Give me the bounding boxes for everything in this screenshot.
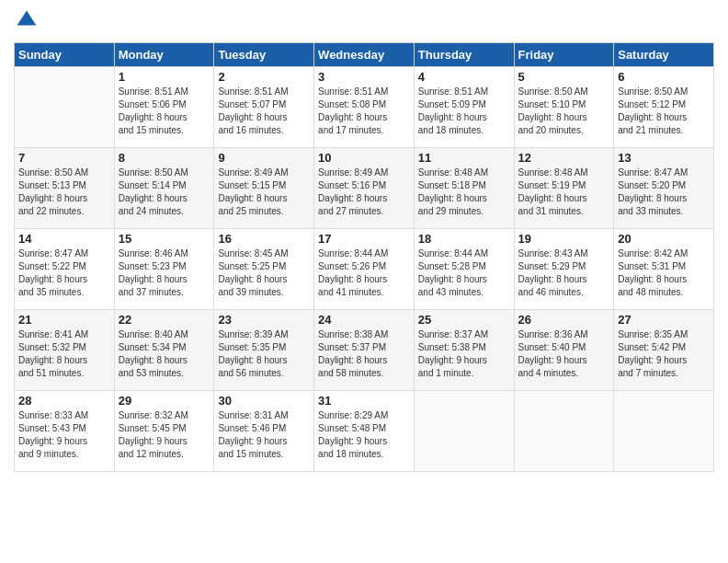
day-info: Sunrise: 8:42 AM Sunset: 5:31 PM Dayligh…: [618, 247, 710, 299]
day-number: 28: [18, 394, 110, 408]
day-info: Sunrise: 8:38 AM Sunset: 5:37 PM Dayligh…: [318, 328, 410, 380]
calendar-cell: 12Sunrise: 8:48 AM Sunset: 5:19 PM Dayli…: [514, 148, 614, 229]
day-number: 10: [318, 151, 410, 165]
calendar-cell: 3Sunrise: 8:51 AM Sunset: 5:08 PM Daylig…: [314, 67, 415, 148]
svg-marker-0: [17, 11, 37, 26]
day-info: Sunrise: 8:35 AM Sunset: 5:42 PM Dayligh…: [618, 328, 710, 380]
day-info: Sunrise: 8:50 AM Sunset: 5:10 PM Dayligh…: [518, 86, 610, 137]
page: SundayMondayTuesdayWednesdayThursdayFrid…: [0, 0, 728, 563]
calendar-cell: 24Sunrise: 8:38 AM Sunset: 5:37 PM Dayli…: [314, 310, 415, 391]
day-number: 3: [318, 70, 410, 84]
day-info: Sunrise: 8:39 AM Sunset: 5:35 PM Dayligh…: [218, 328, 310, 380]
day-number: 14: [18, 232, 110, 246]
calendar-cell: 16Sunrise: 8:45 AM Sunset: 5:25 PM Dayli…: [214, 229, 314, 310]
day-info: Sunrise: 8:51 AM Sunset: 5:08 PM Dayligh…: [318, 86, 410, 137]
header-day-friday: Friday: [514, 43, 614, 67]
day-number: 21: [18, 313, 110, 327]
calendar-cell: 9Sunrise: 8:49 AM Sunset: 5:15 PM Daylig…: [214, 148, 314, 229]
day-info: Sunrise: 8:50 AM Sunset: 5:14 PM Dayligh…: [119, 167, 210, 218]
calendar-cell: 27Sunrise: 8:35 AM Sunset: 5:42 PM Dayli…: [614, 310, 714, 391]
day-info: Sunrise: 8:49 AM Sunset: 5:15 PM Dayligh…: [218, 167, 310, 218]
calendar-cell: 17Sunrise: 8:44 AM Sunset: 5:26 PM Dayli…: [314, 229, 415, 310]
day-info: Sunrise: 8:48 AM Sunset: 5:18 PM Dayligh…: [418, 167, 510, 218]
week-row-4: 28Sunrise: 8:33 AM Sunset: 5:43 PM Dayli…: [15, 391, 714, 472]
calendar-cell: 2Sunrise: 8:51 AM Sunset: 5:07 PM Daylig…: [214, 67, 314, 148]
calendar-cell: [414, 391, 514, 472]
day-info: Sunrise: 8:50 AM Sunset: 5:12 PM Dayligh…: [618, 86, 710, 137]
day-number: 1: [119, 70, 210, 84]
day-number: 6: [618, 70, 710, 84]
day-info: Sunrise: 8:44 AM Sunset: 5:26 PM Dayligh…: [318, 247, 410, 299]
day-number: 4: [418, 70, 510, 84]
day-info: Sunrise: 8:32 AM Sunset: 5:45 PM Dayligh…: [119, 409, 210, 461]
day-info: Sunrise: 8:40 AM Sunset: 5:34 PM Dayligh…: [119, 328, 210, 380]
calendar-cell: [15, 67, 115, 148]
day-number: 24: [318, 313, 410, 327]
week-row-1: 7Sunrise: 8:50 AM Sunset: 5:13 PM Daylig…: [15, 148, 714, 229]
calendar-cell: 6Sunrise: 8:50 AM Sunset: 5:12 PM Daylig…: [614, 67, 714, 148]
day-info: Sunrise: 8:51 AM Sunset: 5:07 PM Dayligh…: [218, 86, 310, 137]
calendar-table: SundayMondayTuesdayWednesdayThursdayFrid…: [14, 42, 714, 472]
day-info: Sunrise: 8:46 AM Sunset: 5:23 PM Dayligh…: [119, 247, 210, 299]
day-number: 13: [618, 151, 710, 165]
day-number: 17: [318, 232, 410, 246]
day-number: 15: [119, 232, 210, 246]
calendar-cell: 10Sunrise: 8:49 AM Sunset: 5:16 PM Dayli…: [314, 148, 415, 229]
day-number: 18: [418, 232, 510, 246]
calendar-cell: 22Sunrise: 8:40 AM Sunset: 5:34 PM Dayli…: [114, 310, 214, 391]
day-info: Sunrise: 8:49 AM Sunset: 5:16 PM Dayligh…: [318, 167, 410, 218]
week-row-0: 1Sunrise: 8:51 AM Sunset: 5:06 PM Daylig…: [15, 67, 714, 148]
day-number: 23: [218, 313, 310, 327]
day-number: 16: [218, 232, 310, 246]
calendar-cell: 30Sunrise: 8:31 AM Sunset: 5:46 PM Dayli…: [214, 391, 314, 472]
header-day-monday: Monday: [114, 43, 214, 67]
calendar-cell: 5Sunrise: 8:50 AM Sunset: 5:10 PM Daylig…: [514, 67, 614, 148]
header-day-saturday: Saturday: [614, 43, 714, 67]
calendar-cell: 14Sunrise: 8:47 AM Sunset: 5:22 PM Dayli…: [15, 229, 115, 310]
day-info: Sunrise: 8:50 AM Sunset: 5:13 PM Dayligh…: [18, 167, 110, 218]
day-info: Sunrise: 8:51 AM Sunset: 5:09 PM Dayligh…: [418, 86, 510, 137]
calendar-cell: 23Sunrise: 8:39 AM Sunset: 5:35 PM Dayli…: [214, 310, 314, 391]
calendar-cell: 8Sunrise: 8:50 AM Sunset: 5:14 PM Daylig…: [114, 148, 214, 229]
logo: [14, 9, 41, 35]
day-number: 25: [418, 313, 510, 327]
calendar-cell: 29Sunrise: 8:32 AM Sunset: 5:45 PM Dayli…: [114, 391, 214, 472]
day-info: Sunrise: 8:51 AM Sunset: 5:06 PM Dayligh…: [119, 86, 210, 137]
header-row: SundayMondayTuesdayWednesdayThursdayFrid…: [15, 43, 714, 67]
calendar-cell: 19Sunrise: 8:43 AM Sunset: 5:29 PM Dayli…: [514, 229, 614, 310]
calendar-cell: 4Sunrise: 8:51 AM Sunset: 5:09 PM Daylig…: [414, 67, 514, 148]
header: [14, 9, 714, 35]
header-day-sunday: Sunday: [15, 43, 115, 67]
header-day-tuesday: Tuesday: [214, 43, 314, 67]
day-number: 12: [518, 151, 610, 165]
calendar-cell: 20Sunrise: 8:42 AM Sunset: 5:31 PM Dayli…: [614, 229, 714, 310]
calendar-cell: 13Sunrise: 8:47 AM Sunset: 5:20 PM Dayli…: [614, 148, 714, 229]
calendar-cell: 25Sunrise: 8:37 AM Sunset: 5:38 PM Dayli…: [414, 310, 514, 391]
day-number: 9: [218, 151, 310, 165]
header-day-wednesday: Wednesday: [314, 43, 415, 67]
calendar-cell: [514, 391, 614, 472]
calendar-cell: [614, 391, 714, 472]
header-day-thursday: Thursday: [414, 43, 514, 67]
calendar-cell: 15Sunrise: 8:46 AM Sunset: 5:23 PM Dayli…: [114, 229, 214, 310]
logo-icon: [16, 9, 38, 31]
day-number: 29: [119, 394, 210, 408]
day-number: 7: [18, 151, 110, 165]
day-number: 30: [218, 394, 310, 408]
day-info: Sunrise: 8:29 AM Sunset: 5:48 PM Dayligh…: [318, 409, 410, 461]
day-number: 2: [218, 70, 310, 84]
day-number: 27: [618, 313, 710, 327]
day-info: Sunrise: 8:47 AM Sunset: 5:22 PM Dayligh…: [18, 247, 110, 299]
day-info: Sunrise: 8:45 AM Sunset: 5:25 PM Dayligh…: [218, 247, 310, 299]
day-number: 19: [518, 232, 610, 246]
day-info: Sunrise: 8:33 AM Sunset: 5:43 PM Dayligh…: [18, 409, 110, 461]
day-info: Sunrise: 8:47 AM Sunset: 5:20 PM Dayligh…: [618, 167, 710, 218]
calendar-cell: 11Sunrise: 8:48 AM Sunset: 5:18 PM Dayli…: [414, 148, 514, 229]
day-info: Sunrise: 8:41 AM Sunset: 5:32 PM Dayligh…: [18, 328, 110, 380]
calendar-cell: 21Sunrise: 8:41 AM Sunset: 5:32 PM Dayli…: [15, 310, 115, 391]
day-number: 11: [418, 151, 510, 165]
day-number: 26: [518, 313, 610, 327]
calendar-cell: 18Sunrise: 8:44 AM Sunset: 5:28 PM Dayli…: [414, 229, 514, 310]
day-number: 8: [119, 151, 210, 165]
calendar-cell: 28Sunrise: 8:33 AM Sunset: 5:43 PM Dayli…: [15, 391, 115, 472]
